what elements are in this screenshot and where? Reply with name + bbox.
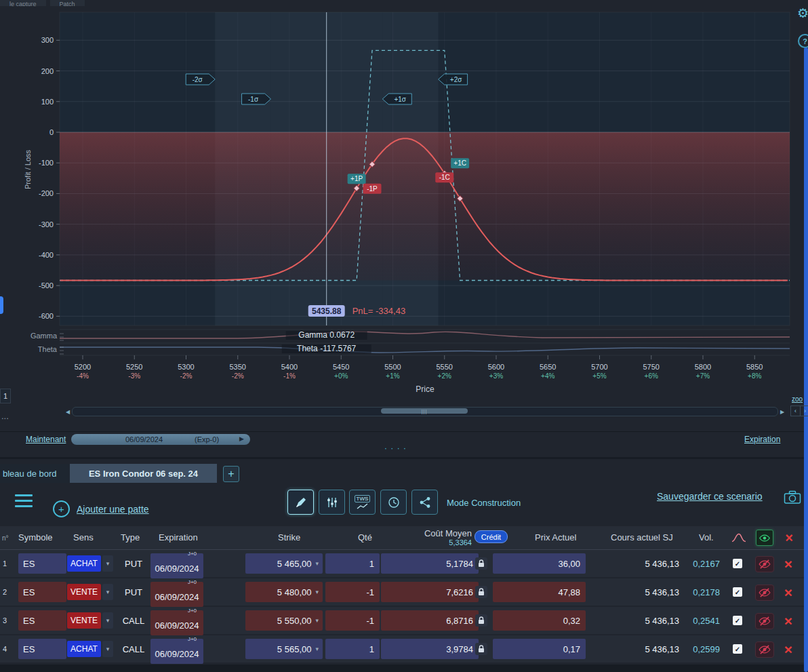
leg-hide-eye-icon[interactable] — [755, 641, 774, 658]
header-avg-cost-value: 5,3364 — [381, 538, 472, 547]
timeline-slider[interactable]: 06/09/2024 (Exp-0) ▶ — [71, 434, 250, 445]
svg-text:0: 0 — [49, 128, 54, 136]
leg-strike-cell[interactable]: 5 550,00▾ — [245, 610, 323, 631]
tws-button[interactable]: TWS — [349, 490, 376, 515]
leg-hide-eye-icon[interactable] — [755, 585, 774, 601]
timeline-expiration-link[interactable]: Expiration — [744, 435, 780, 444]
strike-caret-icon[interactable]: ▾ — [315, 589, 319, 595]
gear-icon[interactable]: ⚙ — [797, 5, 808, 21]
leg-type[interactable]: PUT — [119, 550, 148, 577]
add-leg-label[interactable]: Ajouter une patte — [77, 504, 149, 515]
leg-side-select[interactable]: ACHAT — [67, 555, 101, 572]
share-button[interactable] — [411, 490, 438, 515]
history-clock-icon — [387, 496, 401, 509]
top-tab-capture[interactable]: le capture — [0, 0, 46, 6]
scrollbar-thumb[interactable]: ||| — [381, 408, 468, 414]
scroll-left-arrow[interactable]: ◀ — [64, 409, 72, 415]
scrollbar-track[interactable]: ||| — [72, 407, 778, 416]
leg-expiration-cell[interactable]: J+0 06/09/2024 — [150, 582, 203, 607]
scroll-right-arrow[interactable]: ▶ — [778, 409, 786, 415]
leg-side-select[interactable]: VENTE — [67, 612, 101, 629]
left-more-indicator[interactable]: ... — [1, 411, 9, 421]
draw-tool-button[interactable] — [287, 490, 314, 515]
leg-symbol-cell[interactable]: ES — [18, 610, 66, 631]
leg-hide-eye-icon[interactable] — [755, 613, 774, 629]
top-tab-patch[interactable]: Patch — [50, 0, 85, 6]
credit-badge[interactable]: Crédit — [474, 530, 508, 543]
leg-symbol-cell[interactable]: ES — [18, 553, 66, 574]
distribution-curve-icon[interactable] — [731, 532, 746, 545]
lock-icon[interactable] — [475, 643, 487, 655]
leg-enabled-checkbox[interactable]: ✓ — [733, 616, 742, 625]
history-button[interactable] — [380, 490, 407, 515]
panel-drag-handle[interactable]: · · · · — [384, 443, 407, 453]
delete-all-button[interactable]: × — [782, 529, 796, 547]
leg-type[interactable]: CALL — [119, 607, 148, 634]
leg-symbol-cell[interactable]: ES — [18, 582, 66, 602]
leg-expiration-cell[interactable]: J+0 06/09/2024 — [150, 553, 203, 578]
leg-enabled-checkbox[interactable]: ✓ — [733, 587, 742, 597]
leg-qty-cell[interactable]: -1 — [325, 582, 380, 602]
leg-delete-button[interactable]: × — [781, 582, 796, 601]
leg-row: 1 ES ACHAT ▾ PUT J+0 06/09/2024 5 465,00… — [0, 550, 808, 577]
timeline-now-link[interactable]: Maintenant — [26, 435, 66, 444]
add-tab-button[interactable]: + — [223, 466, 239, 482]
chart-horizontal-scrollbar[interactable]: ◀ ||| ▶ — [64, 406, 786, 417]
leg-volatility: 0,2178 — [683, 578, 720, 606]
strike-caret-icon[interactable]: ▾ — [315, 617, 319, 624]
leg-avgcost-cell[interactable]: 5,1784 — [381, 553, 479, 574]
menu-icon[interactable] — [15, 494, 33, 511]
zoom-next-button[interactable]: › — [800, 406, 808, 416]
leg-enabled-checkbox[interactable]: ✓ — [733, 559, 742, 568]
leg-strike-cell[interactable]: 5 480,00▾ — [245, 582, 323, 602]
leg-side-select[interactable]: ACHAT — [67, 641, 101, 657]
leg-delete-button[interactable]: × — [781, 611, 796, 630]
lock-icon[interactable] — [475, 614, 487, 627]
leg-qty-cell[interactable]: 1 — [325, 553, 380, 574]
leg-enabled-checkbox[interactable]: ✓ — [733, 644, 742, 654]
add-leg-button[interactable]: + Ajouter une patte — [53, 500, 149, 517]
right-scrollbar[interactable] — [804, 47, 808, 672]
save-scenario-link[interactable]: Sauvegarder ce scenario — [657, 491, 763, 502]
help-icon[interactable]: ? — [798, 34, 808, 48]
tab-scenario[interactable]: ES Iron Condor 06 sep. 24 — [70, 464, 217, 483]
leg-current-price-cell: 47,88 — [493, 582, 586, 602]
leg-strike-cell[interactable]: 5 465,00▾ — [245, 553, 323, 574]
strike-caret-icon[interactable]: ▾ — [315, 646, 319, 652]
side-caret-icon[interactable]: ▾ — [102, 555, 113, 572]
zoom-prev-button[interactable]: ‹ — [790, 406, 801, 416]
show-all-eye-button[interactable] — [756, 530, 773, 546]
header-qty: Qté — [358, 532, 372, 542]
lock-icon[interactable] — [475, 586, 487, 598]
left-blue-handle[interactable] — [0, 296, 3, 314]
leg-side-select[interactable]: VENTE — [67, 584, 101, 600]
leg-qty-cell[interactable]: 1 — [325, 639, 380, 659]
leg-strike-cell[interactable]: 5 565,00▾ — [245, 639, 323, 659]
svg-text:-1σ: -1σ — [248, 96, 259, 103]
leg-qty-cell[interactable]: -1 — [325, 610, 380, 631]
leg-delete-button[interactable]: × — [781, 639, 796, 658]
payoff-chart[interactable]: 3002001000-100-200-300-400-500-6005200-4… — [0, 0, 808, 431]
timeline-date: 06/09/2024 — [125, 435, 163, 443]
leg-type[interactable]: PUT — [119, 578, 148, 606]
timeline-play-icon[interactable]: ▶ — [239, 435, 244, 442]
leg-symbol-cell[interactable]: ES — [18, 639, 66, 659]
leg-delete-button[interactable]: × — [781, 554, 796, 573]
sliders-tool-button[interactable] — [319, 490, 345, 515]
tab-dashboard[interactable]: bleau de bord — [0, 464, 70, 483]
leg-avgcost-cell[interactable]: 3,9784 — [381, 639, 479, 659]
side-caret-icon[interactable]: ▾ — [102, 641, 113, 657]
leg-avgcost-cell[interactable]: 6,8716 — [381, 610, 479, 631]
strike-caret-icon[interactable]: ▾ — [315, 560, 319, 567]
leg-expiration-cell[interactable]: J+0 06/09/2024 — [150, 610, 203, 635]
side-caret-icon[interactable]: ▾ — [102, 584, 113, 600]
leg-hide-eye-icon[interactable] — [755, 556, 774, 572]
leg-type[interactable]: CALL — [119, 635, 148, 663]
camera-icon[interactable] — [784, 490, 801, 507]
zoom-link[interactable]: zoo — [792, 395, 803, 403]
leg-avgcost-cell[interactable]: 7,6216 — [381, 582, 479, 602]
lock-icon[interactable] — [475, 557, 487, 570]
leg-underlying-price: 5 436,13 — [610, 550, 679, 577]
side-caret-icon[interactable]: ▾ — [102, 612, 113, 629]
leg-expiration-cell[interactable]: J+0 06/09/2024 — [150, 639, 203, 664]
